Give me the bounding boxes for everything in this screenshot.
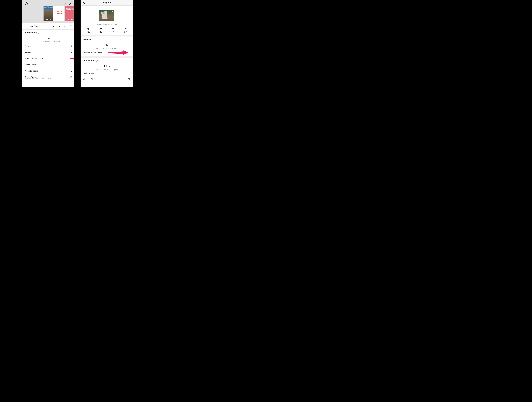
interactions-total: 115 Actions taken from this post — [81, 62, 133, 71]
sticker-detail-row: ADVENTURE CATS BADGE PATCH 16 — [22, 77, 74, 81]
metric-row-profile-visits: Profile Visits 5 — [22, 62, 74, 68]
info-icon[interactable] — [96, 60, 98, 62]
highlight-arrow-icon — [108, 50, 128, 55]
story-thumb-views: 4,338 — [44, 19, 53, 20]
close-icon[interactable] — [82, 1, 85, 4]
post-insights-screen: Insights ADVENTURECATS Posted on 08/07/1… — [81, 0, 133, 87]
svg-marker-4 — [70, 56, 74, 61]
products-total: 4 Product views on this post — [81, 41, 133, 50]
interactions-label: Interactions — [25, 31, 37, 34]
carousel-caret — [48, 22, 51, 23]
info-icon[interactable] — [38, 32, 39, 34]
story-carousel[interactable]: We've got patches for backpacks, kitty h… — [44, 6, 74, 21]
story-insights-screen: We've got patches for backpacks, kitty h… — [22, 0, 74, 87]
paper-plane-icon — [112, 28, 114, 30]
engagement-row: 428 18 9 23 — [81, 26, 133, 37]
story-thumb-views: 3,682 — [54, 19, 64, 20]
comment-icon — [100, 28, 102, 30]
bookmark-icon — [124, 28, 127, 30]
svg-point-0 — [25, 3, 28, 5]
posted-date: Posted on 08/07/19, 8:50am — [81, 24, 133, 25]
metric-row-shares: Shares 7 — [22, 43, 74, 49]
interactions-section: Interactions 115 Actions taken from this… — [81, 57, 133, 83]
carousel-badge-icon — [111, 11, 113, 13]
metric-row-profile-visits: Profile Visits 77 — [81, 71, 133, 76]
shares-stat: 9 — [112, 28, 114, 33]
story-header: We've got patches for backpacks, kitty h… — [22, 0, 74, 23]
trash-icon[interactable] — [70, 25, 72, 28]
interactions-header: Interactions — [81, 57, 133, 62]
share-icon[interactable] — [64, 25, 66, 28]
metric-row-replies: Replies 2 — [22, 49, 74, 56]
story-thumb[interactable]: We're raffling off some pawsome purrizes… — [65, 6, 74, 21]
svg-point-1 — [26, 3, 27, 4]
metric-row-product-button-clicks: Product Button Clicks 2 — [22, 56, 74, 62]
metric-row-website-clicks: Website Clicks 38 — [81, 76, 133, 82]
post-thumbnail[interactable]: ADVENTURECATS — [99, 10, 114, 21]
saves-stat: 23 — [124, 28, 127, 33]
interactions-total-value: 34 — [22, 36, 74, 40]
close-icon[interactable] — [69, 2, 72, 5]
metric-row-product-button-clicks: Product Button Clicks 2 — [81, 50, 133, 55]
interactions-total: 34 Actions taken from this story — [22, 34, 74, 43]
heart-icon — [87, 28, 89, 30]
download-progress-icon[interactable] — [64, 2, 67, 5]
interactions-header: Interactions — [22, 30, 74, 34]
story-thumb[interactable]: TOMORROW MEWS & BREWS 3,682 — [54, 6, 64, 21]
interactions-caption: Actions taken from this story — [22, 41, 74, 43]
comments-stat: 18 — [100, 28, 102, 33]
settings-icon[interactable] — [25, 2, 28, 5]
products-section: Products 4 Product views on this post Pr… — [81, 37, 133, 57]
story-thumb-banner: We've got patches for backpacks, kitty h… — [44, 6, 53, 9]
metric-row-website-clicks: Website Clicks 2 — [22, 68, 74, 74]
story-thumb-selected[interactable]: We've got patches for backpacks, kitty h… — [44, 6, 53, 21]
story-thumb-views: 3,320 — [65, 19, 74, 20]
insights-header: Insights — [81, 0, 133, 6]
reach-icon[interactable] — [52, 25, 55, 28]
download-icon[interactable] — [58, 25, 61, 28]
view-count: 4,338 — [30, 25, 38, 28]
story-stats-bar: 4,338 — [22, 23, 74, 30]
svg-point-7 — [100, 28, 102, 30]
likes-stat: 428 — [87, 28, 90, 33]
svg-marker-9 — [108, 50, 128, 55]
products-header: Products — [81, 37, 133, 41]
stats-bar-actions — [52, 25, 72, 28]
highlight-arrow-icon — [70, 56, 74, 61]
svg-rect-5 — [112, 11, 113, 12]
bar-chart-icon[interactable] — [25, 25, 28, 28]
post-preview: ADVENTURECATS Posted on 08/07/19, 8:50am — [81, 6, 133, 26]
page-title: Insights — [102, 1, 111, 4]
info-icon[interactable] — [93, 39, 95, 41]
